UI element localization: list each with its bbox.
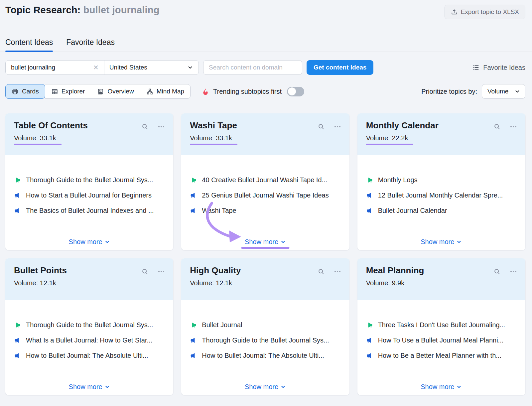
view-cards-button[interactable]: Cards — [5, 84, 45, 99]
megaphone-icon — [366, 337, 373, 344]
topic-item[interactable]: Thorough Guide to the Bullet Journal Sys… — [190, 336, 340, 344]
prioritize-select-value: Volume — [487, 88, 508, 95]
show-more-link[interactable]: Show more — [421, 383, 462, 391]
search-icon[interactable] — [141, 123, 149, 155]
close-icon[interactable]: ✕ — [92, 64, 99, 71]
show-more-label: Show more — [69, 383, 102, 391]
search-icon[interactable] — [493, 123, 501, 155]
topic-card-title: Meal Planning — [366, 265, 424, 276]
more-dots-icon[interactable] — [509, 268, 517, 300]
view-mindmap-button[interactable]: Mind Map — [140, 84, 191, 99]
more-dots-icon[interactable] — [157, 268, 165, 300]
megaphone-icon — [190, 322, 197, 329]
topic-item-text: 25 Genius Bullet Journal Washi Tape Idea… — [202, 192, 329, 199]
chevron-down-icon — [104, 384, 110, 390]
megaphone-icon — [366, 192, 373, 199]
favorite-ideas-link[interactable]: Favorite Ideas — [472, 64, 525, 71]
chevron-down-icon — [456, 384, 462, 390]
chevron-down-icon — [280, 239, 286, 245]
export-topic-button[interactable]: Export topic to XLSX — [445, 5, 525, 19]
topic-item[interactable]: How to Bullet Journal: The Absolute Ulti… — [14, 351, 165, 359]
tab-favorite-ideas[interactable]: Favorite Ideas — [66, 38, 115, 52]
topic-item-text: How to Bullet Journal: The Absolute Ulti… — [26, 352, 148, 359]
show-more-link[interactable]: Show more — [69, 238, 110, 246]
list-icon — [472, 64, 479, 71]
topic-card-title: High Quality — [190, 265, 241, 276]
view-segments: Cards Explorer Overview Mind Map — [5, 84, 191, 99]
topic-card-body: Thorough Guide to the Bullet Journal Sys… — [5, 155, 173, 250]
show-more-link[interactable]: Show more — [245, 238, 286, 246]
header: Topic Research: bullet journaling Export… — [5, 5, 525, 19]
view-overview-button[interactable]: Overview — [91, 84, 140, 99]
topic-card-volume: Volume: 33.1k — [14, 134, 56, 142]
topic-cards-grid: Table Of Contents Volume: 33.1k Thorough — [5, 113, 525, 395]
show-more-link[interactable]: Show more — [245, 383, 286, 391]
topic-card: Washi Tape Volume: 33.1k 40 Creative Bul… — [181, 113, 349, 250]
more-dots-icon[interactable] — [509, 123, 517, 155]
prioritize-select[interactable]: Volume — [482, 84, 525, 99]
topic-card-title: Table Of Contents — [14, 120, 88, 131]
topic-item-text: How to Start a Bullet Journal for Beginn… — [26, 192, 152, 199]
search-icon[interactable] — [141, 268, 149, 300]
table-icon — [51, 88, 58, 95]
topic-query-input[interactable] — [11, 64, 92, 71]
topic-item[interactable]: Bullet Journal Calendar — [366, 206, 517, 214]
show-more-link[interactable]: Show more — [421, 238, 462, 246]
topic-item-text: How to Be a Better Meal Planner with th.… — [378, 352, 501, 359]
topic-item-text: How to Bullet Journal: The Absolute Ulti… — [202, 352, 324, 359]
get-content-ideas-button[interactable]: Get content ideas — [307, 60, 373, 75]
megaphone-icon — [366, 177, 373, 184]
export-topic-label: Export topic to XLSX — [461, 8, 519, 16]
search-icon[interactable] — [493, 268, 501, 300]
topic-card-volume: Volume: 33.1k — [190, 134, 232, 142]
trending-toggle[interactable] — [287, 87, 304, 96]
volume-underline-annotation — [366, 144, 414, 145]
megaphone-icon — [190, 352, 197, 359]
view-bar: Cards Explorer Overview Mind Map — [5, 84, 525, 99]
topic-item[interactable]: How to Be a Better Meal Planner with th.… — [366, 351, 517, 359]
topic-item[interactable]: What Is a Bullet Journal: How to Get Sta… — [14, 336, 165, 344]
topic-card-volume: Volume: 12.1k — [190, 279, 232, 287]
topic-item[interactable]: How to Bullet Journal: The Absolute Ulti… — [190, 351, 340, 359]
show-more-label: Show more — [245, 383, 278, 391]
view-overview-label: Overview — [107, 88, 134, 95]
topic-item[interactable]: Thorough Guide to the Bullet Journal Sys… — [14, 321, 165, 329]
page-title-query: bullet journaling — [83, 5, 160, 15]
cards-icon — [12, 88, 19, 95]
search-icon[interactable] — [318, 123, 325, 155]
view-cards-label: Cards — [22, 88, 39, 95]
megaphone-icon — [190, 207, 197, 214]
show-more-underline-annotation — [241, 247, 289, 249]
megaphone-icon — [366, 207, 373, 214]
topic-card-body: Thorough Guide to the Bullet Journal Sys… — [5, 300, 173, 395]
more-dots-icon[interactable] — [333, 268, 341, 300]
more-dots-icon[interactable] — [333, 123, 341, 155]
view-explorer-button[interactable]: Explorer — [45, 84, 91, 99]
topic-item[interactable]: 40 Creative Bullet Journal Washi Tape Id… — [190, 176, 340, 184]
show-more-label: Show more — [421, 238, 454, 246]
country-select[interactable]: United States — [104, 61, 199, 74]
prioritize-label: Prioritize topics by: — [421, 88, 477, 95]
topic-item[interactable]: How to Start a Bullet Journal for Beginn… — [14, 191, 165, 199]
domain-search-input[interactable] — [203, 60, 302, 75]
topic-item[interactable]: 25 Genius Bullet Journal Washi Tape Idea… — [190, 191, 340, 199]
topic-item-text: Three Tasks I Don't Use Bullet Journalin… — [378, 321, 505, 329]
topic-item[interactable]: How To Use a Bullet Journal Meal Planni.… — [366, 336, 517, 344]
topic-item[interactable]: Bullet Journal — [190, 321, 340, 329]
topic-item-text: 40 Creative Bullet Journal Washi Tape Id… — [202, 176, 327, 184]
topic-research-page: Topic Research: bullet journaling Export… — [0, 0, 532, 395]
more-dots-icon[interactable] — [157, 123, 165, 155]
topic-item[interactable]: Thorough Guide to the Bullet Journal Sys… — [14, 176, 165, 184]
topic-item[interactable]: Washi Tape — [190, 206, 340, 214]
topic-card-body: Monthly Logs 12 Bullet Journal Monthly C… — [357, 155, 525, 250]
topic-card-volume: Volume: 22.2k — [366, 134, 408, 142]
search-icon[interactable] — [318, 268, 325, 300]
topic-item[interactable]: The Basics of Bullet Journal Indexes and… — [14, 206, 165, 214]
topic-item[interactable]: Three Tasks I Don't Use Bullet Journalin… — [366, 321, 517, 329]
show-more-link[interactable]: Show more — [69, 383, 110, 391]
tab-content-ideas[interactable]: Content Ideas — [5, 38, 53, 52]
topic-item-text: Thorough Guide to the Bullet Journal Sys… — [202, 337, 329, 344]
topic-item[interactable]: Monthly Logs — [366, 176, 517, 184]
topic-item[interactable]: 12 Bullet Journal Monthly Calendar Spre.… — [366, 191, 517, 199]
chevron-down-icon — [456, 239, 462, 245]
